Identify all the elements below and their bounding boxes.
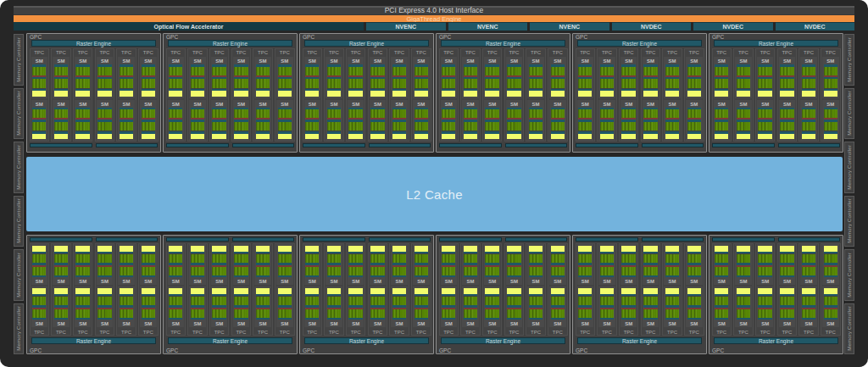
core-grid [529, 79, 542, 87]
sm-functional-units [97, 108, 113, 142]
sm-functional-units [118, 286, 134, 320]
core-grid [54, 297, 68, 305]
tpc-6: TPCSMSM [548, 48, 567, 142]
core-grid [687, 79, 701, 87]
sm-2: SM [643, 244, 659, 285]
tpc-label: TPC [276, 329, 292, 335]
gpc-label: GPC [437, 346, 570, 353]
sm-2: SM [735, 244, 751, 285]
sm-label: SM [549, 57, 565, 64]
l1-cache-bar [305, 91, 319, 97]
sm-label: SM [664, 277, 680, 285]
tpc-3: TPCSMSM [73, 243, 92, 336]
tpc-label: TPC [757, 49, 773, 55]
core-grid [442, 122, 455, 131]
sm-label: SM [140, 57, 156, 64]
sm-label: SM [413, 57, 429, 64]
core-grid [464, 254, 477, 263]
sm-2: SM [53, 100, 69, 142]
sm-functional-units [800, 108, 816, 142]
core-grid [392, 79, 406, 87]
sm-2: SM [441, 244, 457, 285]
sm-label: SM [140, 100, 156, 108]
sm-1: SM [233, 57, 249, 98]
sm-2: SM [686, 244, 702, 285]
sm-functional-units [254, 108, 270, 142]
memory-controller-label: Memory Controller [847, 91, 852, 136]
tpc-label: TPC [735, 329, 751, 335]
tpc-label: TPC [757, 329, 773, 335]
interconnect-bars [166, 237, 294, 242]
sm-functional-units [348, 286, 364, 320]
sm-functional-units [189, 108, 205, 142]
l1-cache-bar [758, 91, 771, 97]
sm-2: SM [326, 100, 342, 142]
raster-engine-bar: Raster Engine [168, 40, 292, 47]
core-grid [824, 67, 837, 75]
sm-2: SM [484, 244, 500, 285]
sm-functional-units [757, 244, 773, 277]
core-grid [529, 297, 542, 305]
sm-2: SM [31, 100, 47, 142]
sm-label: SM [304, 100, 320, 108]
core-grid [464, 309, 477, 318]
core-grid [665, 297, 679, 305]
core-grid [278, 67, 292, 75]
core-grid [75, 109, 89, 118]
sm-functional-units [527, 286, 543, 320]
core-grid [824, 79, 837, 87]
gpc-label: GPC [709, 34, 843, 38]
sm-1: SM [484, 286, 500, 327]
sm-functional-units [370, 286, 386, 320]
l1-cache-bar [442, 91, 455, 97]
core-grid [212, 67, 225, 75]
sm-label: SM [714, 277, 730, 285]
sm-2: SM [391, 100, 407, 142]
sm-1: SM [714, 57, 730, 98]
tpc-label: TPC [643, 49, 659, 55]
tpc-2: TPCSMSM [324, 48, 343, 142]
gpc-top-1: GPCRaster EngineTPCSMSMTPCSMSMTPCSMSMTPC… [26, 33, 161, 153]
l1-cache-bar [191, 91, 204, 97]
core-grid [464, 79, 477, 87]
tpc-label: TPC [391, 49, 407, 55]
sm-label: SM [577, 277, 593, 285]
tpc-label: TPC [254, 49, 270, 55]
l1-cache-bar [75, 91, 89, 97]
core-grid [507, 254, 520, 263]
core-grid [348, 297, 362, 305]
tpc-3: TPCSMSM [482, 48, 502, 142]
core-grid [643, 122, 657, 131]
sm-2: SM [598, 244, 615, 285]
sm-2: SM [348, 244, 364, 285]
sm-functional-units [168, 286, 184, 320]
tpc-2: TPCSMSM [733, 48, 753, 142]
tpc-label: TPC [189, 329, 205, 335]
core-grid [234, 79, 248, 87]
core-grid [802, 122, 815, 131]
sm-label: SM [800, 100, 816, 108]
l1-cache-bar [578, 134, 592, 140]
gpc-label: GPC [300, 34, 433, 38]
core-grid [687, 122, 701, 131]
sm-functional-units [276, 244, 292, 277]
tpc-1: TPCSMSM [576, 243, 595, 336]
core-grid [370, 122, 384, 131]
sm-label: SM [527, 100, 543, 108]
raster-engine-bar: Raster Engine [441, 337, 565, 344]
core-grid [442, 267, 455, 275]
sm-label: SM [140, 277, 156, 285]
sm-2: SM [276, 244, 292, 285]
sm-2: SM [643, 100, 659, 142]
core-grid [278, 267, 292, 275]
l1-cache-bar [348, 134, 362, 140]
sm-functional-units [714, 108, 730, 142]
sm-1: SM [211, 57, 227, 98]
core-grid [687, 254, 701, 263]
sm-functional-units [506, 286, 522, 320]
sm-functional-units [714, 244, 730, 277]
core-grid [234, 254, 248, 263]
core-grid [169, 67, 182, 75]
sm-label: SM [391, 57, 407, 64]
sm-label: SM [686, 320, 702, 327]
